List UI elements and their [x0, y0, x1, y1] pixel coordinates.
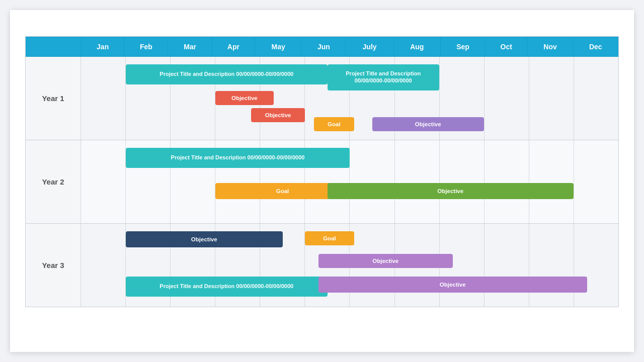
month-col [440, 140, 485, 223]
month-col [260, 140, 305, 223]
year-row-3: Year 3ObjectiveGoalObjectiveProject Titl… [26, 224, 618, 307]
year-row-1: Year 1Project Title and Description 00/0… [26, 57, 618, 140]
month-col [215, 57, 260, 140]
month-col [485, 224, 529, 307]
month-col [260, 57, 305, 140]
month-col [574, 57, 618, 140]
month-col [574, 140, 618, 223]
header-month-sep: Sep [440, 37, 485, 57]
slide-container: JanFebMarAprMayJunJulyAugSepOctNovDec Ye… [10, 10, 634, 352]
month-col [126, 57, 171, 140]
month-col [305, 140, 350, 223]
month-col [215, 224, 260, 307]
month-col [126, 224, 171, 307]
month-col [529, 140, 574, 223]
gantt-header: JanFebMarAprMayJunJulyAugSepOctNovDec [26, 37, 618, 57]
header-month-may: May [255, 37, 301, 57]
month-col [305, 224, 350, 307]
header-month-jan: Jan [82, 37, 124, 57]
month-col [171, 57, 215, 140]
header-month-aug: Aug [393, 37, 440, 57]
header-month-apr: Apr [212, 37, 255, 57]
gantt-chart: JanFebMarAprMayJunJulyAugSepOctNovDec Ye… [25, 36, 619, 307]
header-month-jun: Jun [302, 37, 346, 57]
month-col [260, 224, 305, 307]
month-col [350, 140, 394, 223]
year-row-2: Year 2Project Title and Description 00/0… [26, 140, 618, 224]
header-month-oct: Oct [486, 37, 527, 57]
header-month-nov: Nov [527, 37, 573, 57]
month-col [440, 224, 485, 307]
header-empty [26, 37, 82, 57]
month-col [81, 140, 126, 223]
month-col [574, 224, 618, 307]
months-area-1: Project Title and Description 00/00/0000… [81, 57, 618, 140]
month-col [305, 57, 350, 140]
month-col [395, 57, 440, 140]
header-month-mar: Mar [168, 37, 212, 57]
month-col [485, 57, 529, 140]
month-col [215, 140, 260, 223]
month-col [395, 140, 440, 223]
year-label-1: Year 1 [26, 57, 81, 140]
month-col [529, 224, 574, 307]
months-area-3: ObjectiveGoalObjectiveProject Title and … [81, 224, 618, 307]
gantt-body: Year 1Project Title and Description 00/0… [26, 57, 618, 307]
month-col [529, 57, 574, 140]
month-col [485, 140, 529, 223]
month-col [350, 57, 394, 140]
header-month-dec: Dec [573, 37, 618, 57]
header-month-july: July [346, 37, 393, 57]
year-label-2: Year 2 [26, 140, 81, 223]
month-col [440, 57, 485, 140]
month-col [350, 224, 394, 307]
month-col [171, 224, 215, 307]
year-label-3: Year 3 [26, 224, 81, 307]
month-col [395, 224, 440, 307]
month-col [81, 224, 126, 307]
month-col [81, 57, 126, 140]
header-month-feb: Feb [124, 37, 168, 57]
months-area-2: Project Title and Description 00/00/0000… [81, 140, 618, 223]
month-col [171, 140, 215, 223]
month-col [126, 140, 171, 223]
